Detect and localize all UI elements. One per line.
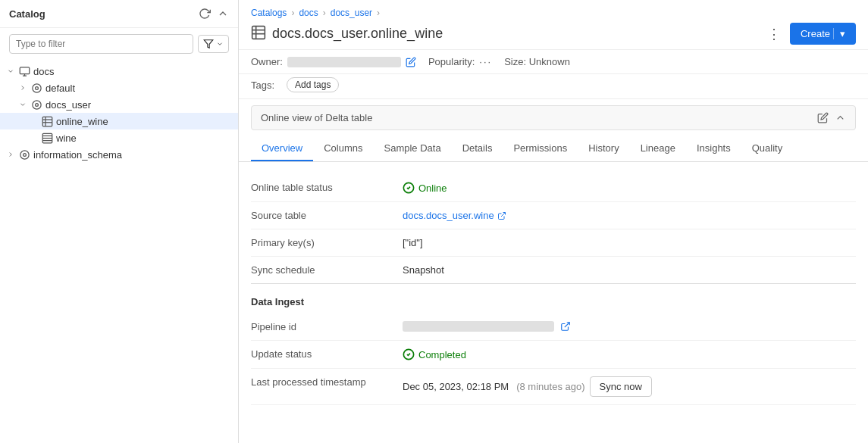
tags-label: Tags: [251, 80, 274, 91]
tree-item-information-schema[interactable]: information_schema [0, 146, 238, 163]
chevron-down-icon [216, 40, 224, 48]
size-meta: Size: Unknown [504, 56, 570, 67]
tab-details[interactable]: Details [452, 136, 503, 161]
info-row-update-status: Update status Completed [251, 341, 856, 369]
tab-permissions[interactable]: Permissions [503, 136, 578, 161]
refresh-icon[interactable] [199, 8, 211, 20]
status-check-icon [403, 182, 415, 194]
tree-label-docs-user: docs_user [45, 99, 91, 111]
source-table-label: Source table [251, 210, 403, 221]
chevron-docs-user [18, 101, 27, 108]
breadcrumb-docs-user[interactable]: docs_user [331, 8, 372, 18]
tabs-bar: Overview Columns Sample Data Details Per… [239, 136, 868, 162]
primary-keys-text: ["id"] [403, 237, 423, 248]
svg-point-4 [35, 86, 38, 89]
sync-schedule-value: Snapshot [403, 264, 856, 276]
status-value: Online [403, 182, 856, 194]
collapse-icon[interactable] [217, 8, 229, 20]
tab-lineage[interactable]: Lineage [630, 136, 686, 161]
popularity-meta: Popularity: ··· [428, 56, 492, 67]
ago-text: (8 minutes ago) [516, 381, 584, 392]
svg-point-5 [32, 83, 40, 92]
breadcrumb-docs[interactable]: docs [299, 8, 318, 18]
main-content: Catalogs › docs › docs_user › docs.docs_… [239, 0, 868, 443]
status-label: Online table status [251, 182, 403, 193]
catalog-tree: docs default docs_user [0, 60, 238, 443]
breadcrumb-sep-1: › [291, 8, 294, 18]
tags-row: Tags: Add tags [239, 74, 868, 99]
create-arrow-icon: ▾ [833, 28, 845, 39]
tree-label-online-wine: online_wine [56, 116, 108, 127]
chevron-information-schema [6, 151, 15, 158]
update-status-text: Completed [418, 349, 466, 360]
tree-item-online-wine[interactable]: online_wine [0, 113, 238, 129]
table-icon-wine [41, 132, 53, 144]
tree-item-docs-user[interactable]: docs_user [0, 96, 238, 113]
more-options-button[interactable]: ⋮ [764, 24, 784, 44]
tree-label-wine: wine [56, 133, 77, 144]
sync-schedule-label: Sync schedule [251, 264, 403, 276]
tab-quality[interactable]: Quality [741, 136, 793, 161]
sidebar-header: Catalog [0, 0, 238, 28]
owner-value-placeholder [287, 57, 401, 67]
svg-rect-8 [42, 117, 52, 126]
owner-meta: Owner: [251, 56, 416, 67]
delta-banner-icons [817, 112, 846, 123]
tree-label-docs: docs [33, 66, 54, 77]
primary-keys-value: ["id"] [403, 237, 856, 248]
schema-icon-information-schema [18, 148, 30, 161]
sidebar-title: Catalog [9, 8, 45, 20]
pipeline-id-value [403, 321, 856, 332]
svg-point-17 [20, 150, 28, 158]
tree-item-wine[interactable]: wine [0, 129, 238, 146]
schema-icon-docs-user [30, 98, 42, 111]
info-row-sync-schedule: Sync schedule Snapshot [251, 257, 856, 284]
create-button[interactable]: Create ▾ [790, 23, 856, 45]
page-title: docs.docs_user.online_wine [272, 26, 443, 42]
last-processed-value: Dec 05, 2023, 02:18 PM (8 minutes ago) S… [403, 376, 856, 397]
tab-history[interactable]: History [578, 136, 629, 161]
external-link-icon [497, 211, 506, 220]
source-table-link[interactable]: docs.docs_user.wine [403, 210, 506, 221]
edit-delta-icon[interactable] [817, 112, 829, 123]
breadcrumb-sep-2: › [323, 8, 326, 18]
page-header: docs.docs_user.online_wine ⋮ Create ▾ [251, 23, 856, 45]
update-status-value: Completed [403, 348, 856, 360]
page-title-row: docs.docs_user.online_wine [251, 25, 443, 42]
svg-point-16 [23, 153, 26, 156]
add-tags-button[interactable]: Add tags [287, 77, 339, 92]
sidebar: Catalog docs [0, 0, 239, 443]
tab-overview[interactable]: Overview [251, 136, 313, 161]
filter-input[interactable] [9, 34, 193, 54]
edit-owner-icon[interactable] [406, 57, 416, 67]
tab-columns[interactable]: Columns [313, 136, 373, 161]
tree-item-docs[interactable]: docs [0, 63, 238, 80]
collapse-delta-icon[interactable] [835, 112, 846, 123]
catalog-icon-docs [18, 65, 30, 77]
timestamp-text: Dec 05, 2023, 02:18 PM [403, 381, 509, 392]
sync-now-button[interactable]: Sync now [590, 376, 652, 397]
popularity-label: Popularity: [428, 56, 475, 67]
info-row-pipeline-id: Pipeline id [251, 314, 856, 341]
info-row-status: Online table status Online [251, 174, 856, 202]
tree-label-default: default [45, 83, 75, 94]
filter-icon [203, 39, 214, 49]
status-text: Online [418, 183, 447, 194]
filter-button[interactable] [198, 35, 229, 53]
meta-row: Owner: Popularity: ··· Size: Unknown [239, 50, 868, 74]
tab-insights[interactable]: Insights [686, 136, 741, 161]
breadcrumb-catalogs[interactable]: Catalogs [251, 8, 287, 18]
delta-banner-text: Online view of Delta table [261, 112, 372, 123]
sync-schedule-text: Snapshot [403, 264, 444, 276]
breadcrumb: Catalogs › docs › docs_user › [251, 8, 856, 18]
tab-sample-data[interactable]: Sample Data [373, 136, 451, 161]
pipeline-external-link-icon[interactable] [560, 321, 571, 332]
pipeline-id-label: Pipeline id [251, 321, 403, 332]
completed-check-icon [403, 348, 415, 360]
info-row-primary-keys: Primary key(s) ["id"] [251, 229, 856, 257]
tree-label-information-schema: information_schema [33, 149, 122, 161]
tree-item-default[interactable]: default [0, 80, 238, 96]
last-processed-label: Last processed timestamp [251, 376, 403, 388]
svg-point-6 [35, 103, 38, 106]
delta-banner: Online view of Delta table [251, 105, 856, 130]
